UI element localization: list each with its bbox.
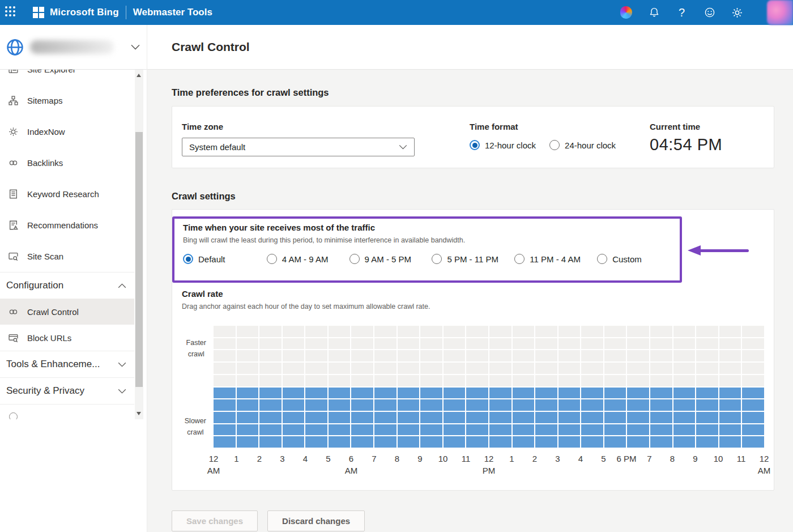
crawl-rate-cell[interactable] <box>214 338 236 350</box>
notifications-bell-icon[interactable] <box>648 7 660 19</box>
crawl-rate-cell[interactable] <box>283 375 305 386</box>
crawl-rate-cell[interactable] <box>374 350 396 361</box>
crawl-rate-cell[interactable] <box>558 375 581 386</box>
traffic-time-option-5-pm-11-pm[interactable]: 5 PM - 11 PM <box>432 254 514 264</box>
sidebar-item-site-scan[interactable]: Site Scan <box>0 241 134 272</box>
crawl-rate-cell[interactable] <box>351 412 373 423</box>
crawl-rate-cell[interactable] <box>214 436 236 448</box>
sidebar-group-configuration[interactable]: Configuration <box>0 273 134 299</box>
sidebar-scrollbar[interactable] <box>135 70 143 419</box>
crawl-rate-cell[interactable] <box>259 436 282 448</box>
crawl-rate-cell[interactable] <box>305 350 327 361</box>
crawl-rate-cell[interactable] <box>398 388 420 399</box>
crawl-rate-cell[interactable] <box>535 424 557 436</box>
scrollbar-thumb[interactable] <box>135 132 143 387</box>
crawl-rate-cell[interactable] <box>581 350 603 361</box>
crawl-rate-cell[interactable] <box>351 424 373 436</box>
crawl-rate-cell[interactable] <box>719 326 741 337</box>
crawl-rate-cell[interactable] <box>513 326 535 337</box>
radio-icon[interactable] <box>597 254 607 264</box>
crawl-rate-cell[interactable] <box>513 388 535 399</box>
crawl-rate-cell[interactable] <box>650 436 672 448</box>
crawl-rate-cell[interactable] <box>398 399 420 411</box>
crawl-rate-cell[interactable] <box>259 338 282 350</box>
crawl-rate-cell[interactable] <box>237 338 259 350</box>
crawl-rate-cell[interactable] <box>214 399 236 411</box>
crawl-rate-cell[interactable] <box>283 388 305 399</box>
crawl-rate-cell[interactable] <box>420 350 442 361</box>
crawl-rate-cell[interactable] <box>627 399 649 411</box>
crawl-rate-cell[interactable] <box>305 412 327 423</box>
help-icon[interactable]: ? <box>676 7 688 19</box>
crawl-rate-cell[interactable] <box>627 412 649 423</box>
crawl-rate-cell[interactable] <box>535 363 557 374</box>
crawl-rate-cell[interactable] <box>259 326 282 337</box>
crawl-rate-cell[interactable] <box>489 436 511 448</box>
crawl-rate-cell[interactable] <box>283 350 305 361</box>
crawl-rate-cell[interactable] <box>742 412 764 423</box>
traffic-time-option-11-pm-4-am[interactable]: 11 PM - 4 AM <box>514 254 597 264</box>
crawl-rate-cell[interactable] <box>283 412 305 423</box>
crawl-rate-cell[interactable] <box>444 363 466 374</box>
crawl-rate-cell[interactable] <box>673 326 696 337</box>
crawl-rate-cell[interactable] <box>513 338 535 350</box>
crawl-rate-cell[interactable] <box>719 399 741 411</box>
crawl-rate-cell[interactable] <box>466 424 488 436</box>
crawl-rate-cell[interactable] <box>237 363 259 374</box>
crawl-rate-cell[interactable] <box>351 399 373 411</box>
radio-icon[interactable] <box>514 254 525 264</box>
crawl-rate-cell[interactable] <box>305 338 327 350</box>
crawl-rate-cell[interactable] <box>627 350 649 361</box>
crawl-rate-cell[interactable] <box>558 388 581 399</box>
crawl-rate-cell[interactable] <box>489 363 511 374</box>
sidebar-item-backlinks[interactable]: Backlinks <box>0 147 134 178</box>
crawl-rate-cell[interactable] <box>650 350 672 361</box>
crawl-rate-cell[interactable] <box>696 412 718 423</box>
crawl-rate-cell[interactable] <box>742 350 764 361</box>
radio-icon[interactable] <box>549 140 560 150</box>
crawl-rate-cell[interactable] <box>329 412 351 423</box>
time-zone-select[interactable]: System default <box>182 138 415 156</box>
crawl-rate-cell[interactable] <box>237 399 259 411</box>
crawl-rate-cell[interactable] <box>719 412 741 423</box>
crawl-rate-cell[interactable] <box>374 388 396 399</box>
crawl-rate-cell[interactable] <box>444 424 466 436</box>
crawl-rate-cell[interactable] <box>305 326 327 337</box>
crawl-rate-cell[interactable] <box>374 375 396 386</box>
crawl-rate-cell[interactable] <box>719 350 741 361</box>
crawl-rate-cell[interactable] <box>351 326 373 337</box>
crawl-rate-cell[interactable] <box>466 436 488 448</box>
crawl-rate-cell[interactable] <box>696 388 718 399</box>
crawl-rate-cell[interactable] <box>329 424 351 436</box>
crawl-rate-cell[interactable] <box>558 363 581 374</box>
crawl-rate-cell[interactable] <box>466 388 488 399</box>
crawl-rate-cell[interactable] <box>650 338 672 350</box>
crawl-rate-cell[interactable] <box>535 350 557 361</box>
crawl-rate-cell[interactable] <box>513 375 535 386</box>
crawl-rate-cell[interactable] <box>581 338 603 350</box>
crawl-rate-cell[interactable] <box>489 399 511 411</box>
sidebar-item-recommendations[interactable]: Recommendations <box>0 210 134 241</box>
crawl-rate-cell[interactable] <box>558 399 581 411</box>
traffic-time-option-custom[interactable]: Custom <box>597 254 680 264</box>
crawl-rate-cell[interactable] <box>259 350 282 361</box>
crawl-rate-cell[interactable] <box>673 363 696 374</box>
crawl-rate-cell[interactable] <box>535 375 557 386</box>
crawl-rate-cell[interactable] <box>581 412 603 423</box>
crawl-rate-cell[interactable] <box>444 412 466 423</box>
crawl-rate-cell[interactable] <box>444 436 466 448</box>
crawl-rate-cell[interactable] <box>237 326 259 337</box>
sidebar-item-indexnow[interactable]: IndexNow <box>0 116 134 147</box>
crawl-rate-cell[interactable] <box>513 436 535 448</box>
crawl-rate-cell[interactable] <box>283 326 305 337</box>
crawl-rate-cell[interactable] <box>420 375 442 386</box>
crawl-rate-cell[interactable] <box>466 412 488 423</box>
sidebar-item-block-urls[interactable]: Block URLs <box>0 325 134 351</box>
crawl-rate-cell[interactable] <box>742 363 764 374</box>
crawl-rate-cell[interactable] <box>742 436 764 448</box>
crawl-rate-cell[interactable] <box>650 412 672 423</box>
crawl-rate-cell[interactable] <box>420 338 442 350</box>
crawl-rate-cell[interactable] <box>604 424 626 436</box>
crawl-rate-cell[interactable] <box>627 338 649 350</box>
crawl-rate-cell[interactable] <box>237 424 259 436</box>
